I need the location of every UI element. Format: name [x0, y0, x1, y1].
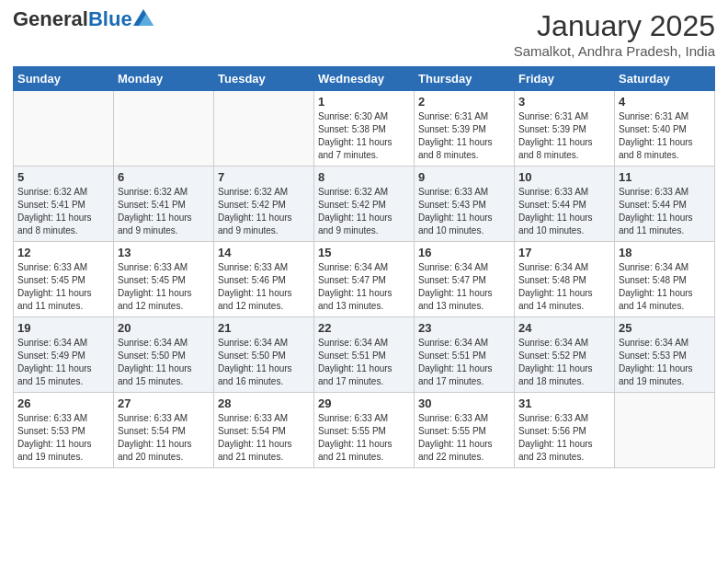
day-number: 5 — [17, 170, 109, 184]
calendar-cell: 28Sunrise: 6:33 AM Sunset: 5:54 PM Dayli… — [214, 393, 314, 468]
day-info: Sunrise: 6:33 AM Sunset: 5:55 PM Dayligh… — [318, 412, 410, 464]
day-number: 23 — [418, 321, 510, 335]
day-number: 28 — [218, 396, 310, 410]
calendar-cell: 27Sunrise: 6:33 AM Sunset: 5:54 PM Dayli… — [114, 393, 214, 468]
calendar-cell — [14, 91, 114, 167]
calendar-cell: 24Sunrise: 6:34 AM Sunset: 5:52 PM Dayli… — [515, 317, 615, 393]
day-number: 16 — [418, 246, 510, 259]
day-number: 12 — [17, 246, 109, 259]
col-monday: Monday — [114, 67, 214, 91]
day-info: Sunrise: 6:33 AM Sunset: 5:55 PM Dayligh… — [418, 412, 510, 464]
day-info: Sunrise: 6:34 AM Sunset: 5:48 PM Dayligh… — [619, 261, 711, 313]
day-number: 3 — [518, 95, 610, 109]
month-title: January 2025 — [514, 9, 715, 43]
page-container: GeneralBlue January 2025 Samalkot, Andhr… — [0, 0, 728, 477]
day-info: Sunrise: 6:33 AM Sunset: 5:54 PM Dayligh… — [118, 412, 210, 464]
day-number: 13 — [118, 246, 210, 259]
calendar-cell: 23Sunrise: 6:34 AM Sunset: 5:51 PM Dayli… — [415, 317, 515, 393]
day-info: Sunrise: 6:34 AM Sunset: 5:53 PM Dayligh… — [619, 337, 711, 388]
calendar-cell: 7Sunrise: 6:32 AM Sunset: 5:42 PM Daylig… — [214, 167, 314, 242]
day-number: 14 — [218, 246, 310, 259]
day-number: 22 — [318, 321, 410, 335]
calendar-week-2: 12Sunrise: 6:33 AM Sunset: 5:45 PM Dayli… — [14, 242, 715, 317]
day-number: 20 — [118, 321, 210, 335]
col-friday: Friday — [515, 67, 615, 91]
calendar-cell: 15Sunrise: 6:34 AM Sunset: 5:47 PM Dayli… — [314, 242, 415, 317]
day-number: 7 — [218, 170, 310, 184]
day-info: Sunrise: 6:33 AM Sunset: 5:56 PM Dayligh… — [518, 412, 610, 464]
day-info: Sunrise: 6:31 AM Sunset: 5:39 PM Dayligh… — [418, 110, 510, 162]
day-number: 8 — [318, 170, 410, 184]
calendar-cell: 30Sunrise: 6:33 AM Sunset: 5:55 PM Dayli… — [415, 393, 515, 468]
calendar-cell: 3Sunrise: 6:31 AM Sunset: 5:39 PM Daylig… — [515, 91, 615, 167]
day-info: Sunrise: 6:34 AM Sunset: 5:49 PM Dayligh… — [17, 337, 109, 388]
day-number: 9 — [418, 170, 510, 184]
day-info: Sunrise: 6:34 AM Sunset: 5:52 PM Dayligh… — [518, 337, 610, 388]
day-number: 1 — [318, 95, 410, 109]
day-info: Sunrise: 6:33 AM Sunset: 5:45 PM Dayligh… — [17, 261, 109, 313]
day-number: 31 — [518, 396, 610, 410]
calendar-cell: 6Sunrise: 6:32 AM Sunset: 5:41 PM Daylig… — [114, 167, 214, 242]
calendar-cell: 4Sunrise: 6:31 AM Sunset: 5:40 PM Daylig… — [615, 91, 715, 167]
day-info: Sunrise: 6:33 AM Sunset: 5:54 PM Dayligh… — [218, 412, 310, 464]
calendar-week-4: 26Sunrise: 6:33 AM Sunset: 5:53 PM Dayli… — [14, 393, 715, 468]
day-number: 10 — [518, 170, 610, 184]
col-saturday: Saturday — [615, 67, 715, 91]
col-tuesday: Tuesday — [214, 67, 314, 91]
calendar-cell — [214, 91, 314, 167]
day-info: Sunrise: 6:34 AM Sunset: 5:50 PM Dayligh… — [118, 337, 210, 388]
col-sunday: Sunday — [14, 67, 114, 91]
calendar-cell: 18Sunrise: 6:34 AM Sunset: 5:48 PM Dayli… — [615, 242, 715, 317]
day-info: Sunrise: 6:31 AM Sunset: 5:40 PM Dayligh… — [619, 110, 711, 162]
calendar-cell: 12Sunrise: 6:33 AM Sunset: 5:45 PM Dayli… — [14, 242, 114, 317]
day-number: 4 — [619, 95, 711, 109]
day-info: Sunrise: 6:33 AM Sunset: 5:43 PM Dayligh… — [418, 186, 510, 237]
calendar-table: Sunday Monday Tuesday Wednesday Thursday… — [13, 66, 715, 468]
day-info: Sunrise: 6:33 AM Sunset: 5:44 PM Dayligh… — [619, 186, 711, 237]
calendar-cell: 29Sunrise: 6:33 AM Sunset: 5:55 PM Dayli… — [314, 393, 415, 468]
calendar-cell: 10Sunrise: 6:33 AM Sunset: 5:44 PM Dayli… — [515, 167, 615, 242]
calendar-cell: 16Sunrise: 6:34 AM Sunset: 5:47 PM Dayli… — [415, 242, 515, 317]
day-info: Sunrise: 6:33 AM Sunset: 5:44 PM Dayligh… — [518, 186, 610, 237]
logo: GeneralBlue — [13, 9, 154, 29]
calendar-cell: 2Sunrise: 6:31 AM Sunset: 5:39 PM Daylig… — [415, 91, 515, 167]
day-number: 24 — [518, 321, 610, 335]
header-row: Sunday Monday Tuesday Wednesday Thursday… — [14, 67, 715, 91]
calendar-cell: 20Sunrise: 6:34 AM Sunset: 5:50 PM Dayli… — [114, 317, 214, 393]
location: Samalkot, Andhra Pradesh, India — [514, 43, 715, 59]
day-info: Sunrise: 6:34 AM Sunset: 5:51 PM Dayligh… — [318, 337, 410, 388]
day-info: Sunrise: 6:32 AM Sunset: 5:42 PM Dayligh… — [218, 186, 310, 237]
calendar-cell: 14Sunrise: 6:33 AM Sunset: 5:46 PM Dayli… — [214, 242, 314, 317]
day-number: 18 — [619, 246, 711, 259]
day-number: 26 — [17, 396, 109, 410]
calendar-cell — [114, 91, 214, 167]
calendar-cell: 13Sunrise: 6:33 AM Sunset: 5:45 PM Dayli… — [114, 242, 214, 317]
day-info: Sunrise: 6:33 AM Sunset: 5:53 PM Dayligh… — [17, 412, 109, 464]
day-info: Sunrise: 6:34 AM Sunset: 5:51 PM Dayligh… — [418, 337, 510, 388]
header: GeneralBlue January 2025 Samalkot, Andhr… — [13, 9, 715, 59]
day-number: 25 — [619, 321, 711, 335]
day-number: 29 — [318, 396, 410, 410]
day-info: Sunrise: 6:33 AM Sunset: 5:46 PM Dayligh… — [218, 261, 310, 313]
calendar-cell: 17Sunrise: 6:34 AM Sunset: 5:48 PM Dayli… — [515, 242, 615, 317]
day-number: 21 — [218, 321, 310, 335]
calendar-cell: 1Sunrise: 6:30 AM Sunset: 5:38 PM Daylig… — [314, 91, 415, 167]
day-number: 19 — [17, 321, 109, 335]
day-info: Sunrise: 6:34 AM Sunset: 5:48 PM Dayligh… — [518, 261, 610, 313]
calendar-week-1: 5Sunrise: 6:32 AM Sunset: 5:41 PM Daylig… — [14, 167, 715, 242]
day-info: Sunrise: 6:32 AM Sunset: 5:41 PM Dayligh… — [17, 186, 109, 237]
calendar-cell: 11Sunrise: 6:33 AM Sunset: 5:44 PM Dayli… — [615, 167, 715, 242]
day-info: Sunrise: 6:32 AM Sunset: 5:42 PM Dayligh… — [318, 186, 410, 237]
calendar-cell: 8Sunrise: 6:32 AM Sunset: 5:42 PM Daylig… — [314, 167, 415, 242]
calendar-week-0: 1Sunrise: 6:30 AM Sunset: 5:38 PM Daylig… — [14, 91, 715, 167]
col-wednesday: Wednesday — [314, 67, 415, 91]
day-info: Sunrise: 6:32 AM Sunset: 5:41 PM Dayligh… — [118, 186, 210, 237]
calendar-week-3: 19Sunrise: 6:34 AM Sunset: 5:49 PM Dayli… — [14, 317, 715, 393]
day-number: 17 — [518, 246, 610, 259]
calendar-cell: 21Sunrise: 6:34 AM Sunset: 5:50 PM Dayli… — [214, 317, 314, 393]
logo-icon — [133, 9, 154, 26]
day-number: 30 — [418, 396, 510, 410]
calendar-cell: 5Sunrise: 6:32 AM Sunset: 5:41 PM Daylig… — [14, 167, 114, 242]
day-info: Sunrise: 6:34 AM Sunset: 5:47 PM Dayligh… — [418, 261, 510, 313]
calendar-cell: 19Sunrise: 6:34 AM Sunset: 5:49 PM Dayli… — [14, 317, 114, 393]
